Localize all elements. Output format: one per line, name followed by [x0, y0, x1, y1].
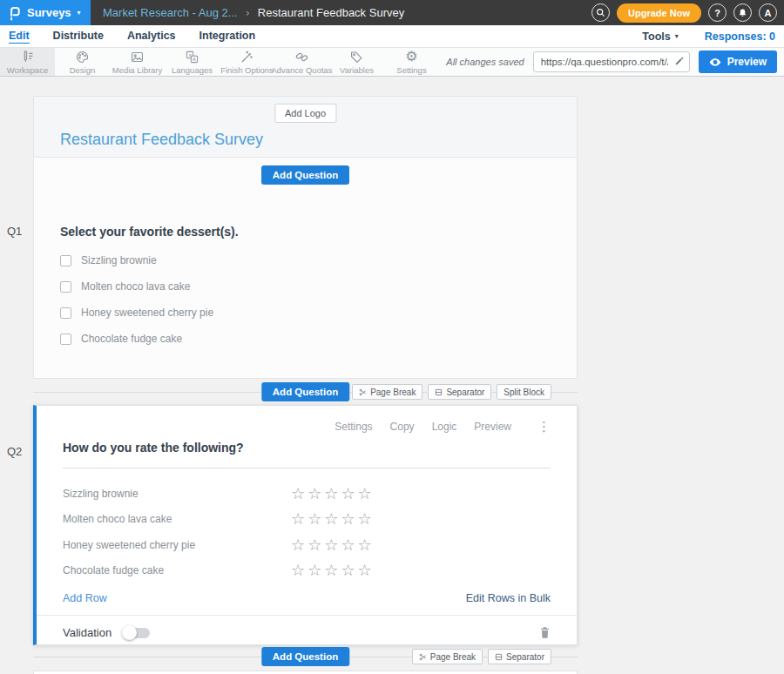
question-mark-icon: ?	[714, 8, 720, 18]
toolbar-item-label: Languages	[172, 65, 213, 75]
question-2-title-field[interactable]: How do you rate the following?	[63, 441, 551, 468]
avatar[interactable]: A	[759, 3, 777, 22]
upgrade-now-button[interactable]: Upgrade Now	[617, 3, 701, 23]
toolbar-item-languages[interactable]: x A Languages	[165, 48, 220, 76]
question-2-card[interactable]: Settings Copy Logic Preview ⋮ How do you…	[33, 405, 578, 645]
tools-label: Tools	[642, 30, 670, 43]
checkbox[interactable]	[60, 334, 71, 345]
separator-label: Separator	[446, 388, 484, 397]
toolbar-item-label: Variables	[340, 65, 374, 75]
star-rating[interactable]: ☆☆☆☆☆	[291, 511, 375, 527]
tab-edit[interactable]: Edit	[9, 30, 30, 44]
tab-integration[interactable]: Integration	[199, 30, 256, 44]
tag-icon	[349, 50, 364, 64]
edit-url-pencil-icon[interactable]	[674, 56, 685, 66]
tab-distribute[interactable]: Distribute	[53, 30, 104, 44]
separator-icon	[435, 388, 443, 396]
rating-row: Honey sweetened cherry pie ☆☆☆☆☆	[63, 532, 551, 558]
toolbar-item-media-library[interactable]: Media Library	[110, 48, 165, 76]
top-bar: Surveys ▾ Market Research - Aug 2... › R…	[0, 0, 784, 25]
checkbox[interactable]	[60, 281, 71, 293]
insert-options: Page Break Separator	[412, 649, 551, 664]
chevron-down-icon: ▾	[675, 32, 679, 40]
separator-button[interactable]: Separator	[488, 649, 551, 664]
separator-button[interactable]: Separator	[428, 384, 491, 400]
add-logo-button[interactable]: Add Logo	[274, 104, 336, 123]
responses-count[interactable]: Responses: 0	[705, 30, 775, 43]
toolbar-item-label: Media Library	[112, 65, 163, 75]
question-1-text[interactable]: Select your favorite dessert(s).	[60, 225, 577, 239]
chain-icon	[294, 50, 309, 64]
star-rating[interactable]: ☆☆☆☆☆	[291, 537, 375, 553]
option-label: Molten choco lava cake	[81, 280, 190, 293]
validation-toggle[interactable]	[124, 628, 150, 638]
nav-tabs: Edit Distribute Analytics Integration	[9, 30, 255, 44]
toggle-knob	[122, 625, 137, 640]
questionpro-logo-icon	[8, 5, 21, 21]
question-settings-button[interactable]: Settings	[335, 421, 372, 433]
survey-nav: Edit Distribute Analytics Integration To…	[0, 25, 784, 48]
more-options-icon[interactable]: ⋮	[537, 421, 551, 432]
breadcrumb-folder[interactable]: Market Research - Aug 2...	[103, 6, 238, 19]
wand-icon	[240, 50, 254, 64]
breadcrumb-survey: Restaurant Feedback Survey	[258, 6, 404, 19]
rating-row-label: Sizzling brownie	[63, 488, 291, 500]
split-block-button[interactable]: Split Block	[497, 384, 551, 400]
checkbox[interactable]	[60, 255, 71, 266]
validation-label: Validation	[63, 626, 112, 639]
option-row: Chocolate fudge cake	[60, 333, 577, 345]
survey-header-band: Add Logo Restaurant Feedback Survey	[34, 97, 577, 158]
question-1[interactable]: Select your favorite dessert(s). Sizzlin…	[34, 225, 577, 345]
surveys-menu[interactable]: Surveys ▾	[0, 0, 91, 25]
rating-rows: Sizzling brownie ☆☆☆☆☆ Molten choco lava…	[63, 481, 551, 583]
option-label: Sizzling brownie	[81, 254, 157, 266]
question-2-text[interactable]: How do you rate the following?	[63, 441, 551, 455]
page-break-button[interactable]: Page Break	[412, 649, 483, 664]
question-copy-button[interactable]: Copy	[390, 421, 415, 433]
add-question-button-bottom[interactable]: Add Question	[261, 647, 349, 666]
split-block-label: Split Block	[504, 388, 544, 397]
toolbar-item-settings[interactable]: ⚙ Settings	[384, 48, 439, 76]
rating-row-label: Chocolate fudge cake	[63, 564, 291, 576]
tools-menu[interactable]: Tools ▾	[642, 30, 678, 43]
toolbar-item-finish-options[interactable]: Finish Options	[220, 48, 274, 76]
add-question-button-top[interactable]: Add Question	[261, 165, 349, 185]
notifications-button[interactable]	[733, 3, 752, 22]
delete-question-trash-icon[interactable]	[539, 626, 551, 639]
add-question-button-mid[interactable]: Add Question	[261, 382, 349, 401]
topbar-actions: Upgrade Now ? A	[591, 3, 784, 23]
autosave-status: All changes saved	[446, 57, 524, 67]
edit-rows-in-bulk-link[interactable]: Edit Rows in Bulk	[466, 592, 551, 604]
toolbar-item-variables[interactable]: Variables	[329, 48, 384, 76]
help-button[interactable]: ?	[708, 3, 727, 22]
toolbar-item-advance-quotas[interactable]: Advance Quotas	[274, 48, 329, 76]
survey-title[interactable]: Restaurant Feedback Survey	[60, 131, 263, 149]
breadcrumb-separator-icon: ›	[246, 6, 250, 19]
question-logic-button[interactable]: Logic	[432, 421, 457, 433]
survey-url-input[interactable]	[533, 51, 690, 72]
svg-text:A: A	[193, 56, 196, 61]
eye-icon	[709, 57, 721, 67]
separator-icon	[495, 653, 503, 661]
toolbar-item-label: Advance Quotas	[271, 65, 332, 75]
rating-row: Chocolate fudge cake ☆☆☆☆☆	[63, 558, 551, 584]
translate-icon: x A	[185, 50, 199, 64]
toolbar-item-workspace[interactable]: Workspace	[0, 48, 55, 76]
survey-column: Add Logo Restaurant Feedback Survey Add …	[33, 77, 578, 674]
toolbar-item-label: Finish Options	[220, 65, 274, 75]
page-break-button[interactable]: Page Break	[352, 384, 422, 400]
tab-analytics[interactable]: Analytics	[127, 30, 176, 44]
rating-row: Molten choco lava cake ☆☆☆☆☆	[63, 507, 551, 533]
option-row: Sizzling brownie	[60, 254, 577, 266]
preview-button[interactable]: Preview	[699, 51, 777, 73]
toolbar-item-design[interactable]: Design	[55, 48, 110, 76]
question-preview-button[interactable]: Preview	[474, 421, 511, 433]
page-break-label: Page Break	[430, 652, 476, 662]
search-button[interactable]	[591, 3, 610, 22]
toolbar-item-label: Workspace	[7, 65, 48, 75]
scissors-icon	[419, 653, 427, 661]
star-rating[interactable]: ☆☆☆☆☆	[291, 563, 375, 578]
add-row-link[interactable]: Add Row	[63, 592, 107, 604]
checkbox[interactable]	[60, 307, 71, 319]
star-rating[interactable]: ☆☆☆☆☆	[291, 486, 375, 502]
